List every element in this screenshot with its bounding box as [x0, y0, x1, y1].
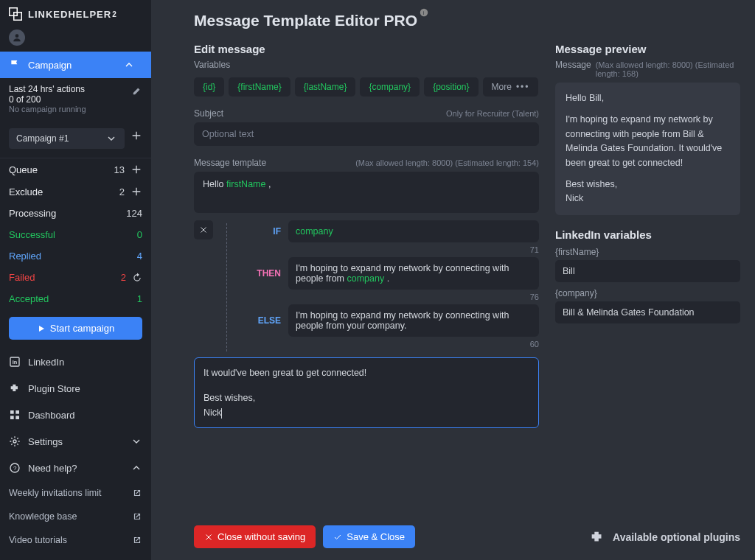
- help-videos[interactable]: Video tutorials: [0, 528, 151, 552]
- if-keyword: IF: [248, 226, 281, 237]
- chip-position[interactable]: {position}: [424, 77, 478, 97]
- chip-more[interactable]: More•••: [483, 77, 539, 97]
- add-queue-icon[interactable]: [131, 164, 142, 175]
- template-label: Message template: [194, 158, 266, 168]
- help-kb[interactable]: Knowledge base: [0, 505, 151, 528]
- nav-settings[interactable]: Settings: [0, 428, 151, 455]
- stat-queue[interactable]: Queue 13: [0, 158, 151, 181]
- stat-accepted[interactable]: Accepted 1: [0, 288, 151, 309]
- token-firstname: firstName: [226, 179, 265, 189]
- subject-label: Subject: [194, 108, 223, 119]
- then-keyword: THEN: [248, 268, 281, 279]
- preview-msg-hint: (Max allowed length: 8000) (Estimated le…: [596, 60, 740, 78]
- dots-icon: •••: [516, 82, 530, 92]
- then-count: 76: [248, 293, 539, 301]
- stat-processing[interactable]: Processing 124: [0, 203, 151, 224]
- campaign-selector[interactable]: Campaign #1: [9, 128, 125, 149]
- sidebar: LINKEDHELPER2 Campaign Last 24 hrs' acti…: [0, 0, 151, 560]
- add-exclude-icon[interactable]: [131, 186, 142, 197]
- close-icon: [199, 225, 208, 234]
- edit-icon[interactable]: [132, 85, 142, 96]
- chevron-up-icon: [123, 59, 135, 71]
- svg-rect-7: [10, 416, 14, 419]
- add-campaign-icon[interactable]: [131, 130, 142, 141]
- puzzle-icon: [589, 529, 605, 545]
- text-cursor: [221, 408, 222, 419]
- help-weekly[interactable]: Weekly invitations limit: [0, 481, 151, 505]
- svg-point-2: [15, 34, 19, 38]
- avatar[interactable]: [9, 29, 25, 46]
- svg-point-9: [13, 440, 16, 443]
- closing-editor[interactable]: It would've been great to get connected!…: [194, 357, 539, 428]
- available-plugins-button[interactable]: Available optional plugins: [589, 529, 740, 545]
- edit-message-heading: Edit message: [194, 43, 539, 55]
- if-count: 71: [248, 245, 539, 254]
- stat-exclude[interactable]: Exclude 2: [0, 181, 151, 203]
- remove-condition-button[interactable]: [194, 220, 213, 239]
- preview-heading: Message preview: [555, 43, 740, 55]
- puzzle-icon: [9, 382, 21, 394]
- svg-text:in: in: [13, 359, 18, 365]
- status-line1: Last 24 hrs' actions: [9, 84, 132, 94]
- else-keyword: ELSE: [248, 315, 281, 326]
- else-count: 60: [248, 340, 539, 349]
- retry-icon[interactable]: [132, 273, 142, 283]
- chip-id[interactable]: {id}: [194, 77, 224, 97]
- logo-icon: [9, 7, 22, 21]
- else-body[interactable]: I'm hoping to expand my network by conne…: [288, 304, 539, 337]
- condition-connector: [226, 223, 227, 351]
- chip-lastname[interactable]: {lastName}: [295, 77, 356, 97]
- chevron-down-icon: [131, 435, 142, 447]
- linkedin-icon: in: [9, 356, 21, 368]
- chip-company[interactable]: {company}: [360, 77, 420, 97]
- chevron-up-icon: [131, 462, 142, 474]
- template-editor[interactable]: Hello firstName ,: [194, 172, 539, 213]
- close-without-saving-button[interactable]: Close without saving: [194, 525, 316, 548]
- nav-linkedin[interactable]: in LinkedIn: [0, 349, 151, 375]
- dashboard-icon: [9, 409, 21, 421]
- help-icon: ?: [9, 462, 21, 474]
- nav-campaign[interactable]: Campaign: [0, 52, 151, 78]
- svg-rect-6: [15, 410, 19, 414]
- external-link-icon: [132, 488, 142, 498]
- var-firstname-label: {firstName}: [555, 247, 740, 257]
- start-campaign-button[interactable]: Start campaign: [9, 317, 142, 340]
- status-line3: No campaign running: [9, 105, 132, 113]
- stat-failed[interactable]: Failed 2: [0, 267, 151, 288]
- var-firstname-value[interactable]: Bill: [555, 260, 740, 282]
- campaign-selected: Campaign #1: [16, 133, 69, 144]
- var-company-label: {company}: [555, 288, 740, 298]
- stat-successful[interactable]: Successful 0: [0, 224, 151, 245]
- chevron-down-icon: [105, 133, 117, 144]
- subject-input[interactable]: [194, 122, 539, 146]
- user-icon: [12, 32, 22, 43]
- chip-firstname[interactable]: {firstName}: [229, 77, 290, 97]
- flag-icon: [9, 59, 21, 71]
- info-icon[interactable]: i: [419, 7, 429, 18]
- check-icon: [333, 533, 342, 542]
- nav-label: Campaign: [28, 60, 72, 71]
- variables-label: Variables: [194, 60, 539, 70]
- subject-hint: Only for Recruiter (Talent): [446, 109, 539, 118]
- nav-plugin-store[interactable]: Plugin Store: [0, 375, 151, 402]
- if-expression[interactable]: company: [288, 220, 539, 242]
- logo: LINKEDHELPER2: [0, 0, 151, 27]
- template-hint: (Max allowed length: 8000) (Estimated le…: [355, 158, 539, 167]
- preview-msg-label: Message: [555, 60, 591, 70]
- token-company: company: [347, 273, 385, 284]
- nav-need-help[interactable]: ? Need help?: [0, 455, 151, 481]
- nav-dashboard[interactable]: Dashboard: [0, 402, 151, 428]
- stat-replied[interactable]: Replied 4: [0, 245, 151, 267]
- campaign-status-block: Last 24 hrs' actions 0 of 200 No campaig…: [0, 78, 151, 158]
- external-link-icon: [132, 511, 142, 522]
- footer: Close without saving Save & Close Availa…: [151, 515, 755, 560]
- then-body[interactable]: I'm hoping to expand my network by conne…: [288, 257, 539, 290]
- main: Message Template Editor PRO i Edit messa…: [151, 0, 755, 560]
- svg-rect-5: [10, 410, 14, 414]
- save-and-close-button[interactable]: Save & Close: [323, 525, 415, 548]
- svg-text:?: ?: [13, 465, 17, 472]
- var-company-value[interactable]: Bill & Melinda Gates Foundation: [555, 301, 740, 323]
- linkedin-vars-heading: LinkedIn variables: [555, 228, 740, 241]
- gear-icon: [9, 435, 21, 447]
- page-title: Message Template Editor PRO: [194, 12, 417, 29]
